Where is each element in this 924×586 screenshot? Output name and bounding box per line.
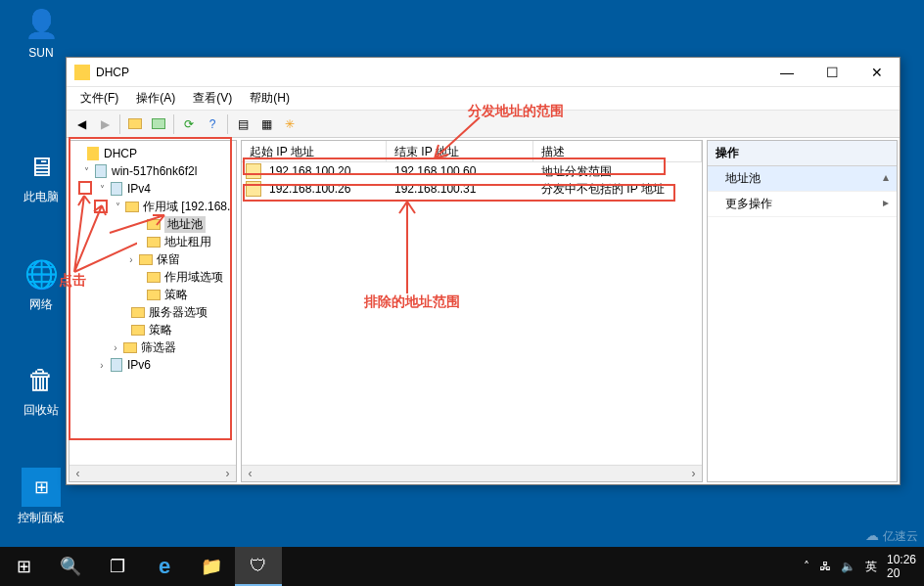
tray-clock[interactable]: 10:2620 [887,553,916,580]
actions-header: 操作 [708,141,897,166]
menu-view[interactable]: 查看(V) [185,88,240,109]
tree-scrollbar[interactable]: ‹› [69,465,236,481]
forward-button[interactable]: ▶ [94,113,116,135]
list-pane: 起始 IP 地址 结束 IP 地址 描述 192.168.100.20 192.… [241,140,703,482]
list-row-exclusion[interactable]: 192.168.100.26 192.168.100.31 分发中不包括的 IP… [242,180,702,198]
menu-action[interactable]: 操作(A) [128,88,183,109]
watermark: ☁ 亿速云 [865,527,918,545]
action-more[interactable]: 更多操作▸ [708,192,897,217]
start-button[interactable]: ⊞ [0,547,47,586]
tree-leases[interactable]: 地址租用 [71,233,234,250]
desktop-icon-recycle-bin[interactable]: 🗑回收站 [12,360,70,419]
cell-desc: 分发中不包括的 IP 地址 [533,180,672,199]
tree-server[interactable]: ˅win-517h6nk6f2l [71,162,234,180]
ie-button[interactable]: e [141,547,188,586]
tree-filters[interactable]: ›筛选器 [71,338,234,356]
task-view-button[interactable]: ❐ [94,547,141,586]
cell-end-ip: 192.168.100.60 [387,163,533,179]
tree-scope-options[interactable]: 作用域选项 [71,268,234,286]
tree-policies[interactable]: 策略 [71,321,234,338]
window-body: DHCP ˅win-517h6nk6f2l ˅IPv4 ˅作用域 [192.16… [67,138,900,484]
back-button[interactable]: ◀ [70,113,92,135]
col-desc[interactable]: 描述 [533,141,702,161]
toolbar-separator [227,114,228,134]
tree-address-pool[interactable]: 地址池 [71,215,234,233]
desktop-icon-sun[interactable]: 👤SUN [12,4,70,60]
titlebar: DHCP ― ☐ ✕ [67,58,900,87]
cell-start-ip: 192.168.100.20 [261,163,387,179]
col-end-ip[interactable]: 结束 IP 地址 [387,141,533,161]
list-scrollbar[interactable]: ‹› [242,465,702,481]
app-icon [74,65,90,80]
desktop-icon-network[interactable]: 🌐网络 [12,254,70,313]
grid-button[interactable]: ▦ [255,113,277,135]
tree-ipv6[interactable]: ›IPv6 [71,356,234,374]
window-title: DHCP [96,66,764,79]
maximize-button[interactable]: ☐ [809,58,855,87]
row-icon [246,181,261,197]
tree-scope[interactable]: ˅作用域 [192.168. [71,198,234,215]
menubar: 文件(F) 操作(A) 查看(V) 帮助(H) [67,87,900,111]
folder-button[interactable] [148,113,169,135]
list-header: 起始 IP 地址 结束 IP 地址 描述 [242,141,702,162]
system-tray[interactable]: ˄ 🖧 🔈 英 10:2620 [804,553,924,580]
tray-network-icon[interactable]: 🖧 [819,560,831,573]
cell-end-ip: 192.168.100.31 [387,181,533,197]
toolbar: ◀ ▶ ⟳ ? ▤ ▦ ✳ [67,111,900,138]
toolbar-separator [119,114,120,134]
explorer-button[interactable]: 📁 [188,547,235,586]
tray-up-icon[interactable]: ˄ [804,560,809,573]
tree-pane: DHCP ˅win-517h6nk6f2l ˅IPv4 ˅作用域 [192.16… [69,140,237,482]
desktop-icon-control-panel[interactable]: ⊞控制面板 [12,468,70,526]
tree: DHCP ˅win-517h6nk6f2l ˅IPv4 ˅作用域 [192.16… [69,141,236,378]
new-button[interactable] [124,113,146,135]
dhcp-task-button[interactable]: 🛡 [235,547,282,586]
list-row-distribution[interactable]: 192.168.100.20 192.168.100.60 地址分发范围 [242,162,702,180]
refresh-button[interactable]: ⟳ [178,113,200,135]
list-button[interactable]: ▤ [232,113,254,135]
desktop-icon-this-pc[interactable]: 🖥此电脑 [12,147,70,205]
tree-reservations[interactable]: ›保留 [71,250,234,268]
close-button[interactable]: ✕ [855,58,900,87]
tree-root-dhcp[interactable]: DHCP [71,145,234,162]
cell-desc: 地址分发范围 [533,162,620,181]
tree-policy[interactable]: 策略 [71,286,234,303]
menu-help[interactable]: 帮助(H) [242,88,298,109]
search-button[interactable]: 🔍 [47,547,94,586]
action-address-pool[interactable]: 地址池▴ [708,166,897,192]
dhcp-window: DHCP ― ☐ ✕ 文件(F) 操作(A) 查看(V) 帮助(H) ◀ ▶ ⟳… [66,57,901,485]
taskbar: ⊞ 🔍 ❐ e 📁 🛡 ˄ 🖧 🔈 英 10:2620 [0,547,924,586]
tray-ime[interactable]: 英 [865,559,877,575]
minimize-button[interactable]: ― [764,58,809,87]
menu-file[interactable]: 文件(F) [72,88,126,109]
help-button[interactable]: ? [202,113,223,135]
star-button[interactable]: ✳ [279,113,300,135]
col-start-ip[interactable]: 起始 IP 地址 [242,141,387,161]
tree-server-options[interactable]: 服务器选项 [71,303,234,321]
tray-volume-icon[interactable]: 🔈 [841,560,855,573]
actions-pane: 操作 地址池▴ 更多操作▸ [707,140,898,482]
toolbar-separator [173,114,174,134]
tree-ipv4[interactable]: ˅IPv4 [71,180,234,198]
row-icon [246,163,261,179]
cell-start-ip: 192.168.100.26 [261,181,387,197]
